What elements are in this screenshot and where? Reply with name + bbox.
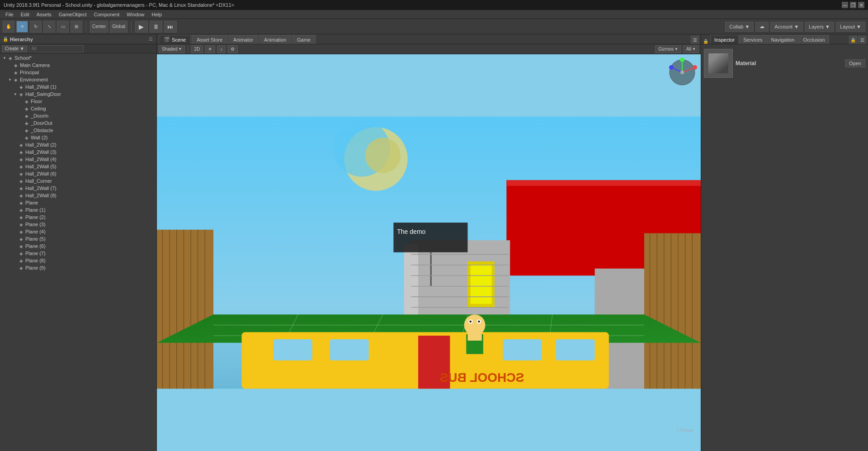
hierarchy-panel: 🔒 Hierarchy ☰ Create ▼ ▼◈School*◈Main Ca… [0, 34, 157, 451]
fx-btn[interactable]: ⚙ [227, 45, 238, 53]
hierarchy-item-plane7[interactable]: ◈Plane (7) [0, 250, 156, 257]
minimize-button[interactable]: — [842, 2, 848, 8]
svg-text:Y: Y [681, 58, 684, 62]
menu-window[interactable]: Window [123, 11, 148, 18]
tab-scene-label: Scene [172, 37, 186, 43]
tree-object-icon: ◈ [18, 265, 24, 271]
tab-scene[interactable]: 🎬 Scene [159, 35, 191, 44]
hierarchy-item-plane4[interactable]: ◈Plane (4) [0, 228, 156, 235]
hierarchy-item-plane3[interactable]: ◈Plane (3) [0, 221, 156, 228]
hierarchy-item-principal[interactable]: ◈Principal [0, 69, 156, 76]
tree-item-label: School* [14, 55, 32, 61]
maximize-button[interactable]: ❐ [850, 2, 856, 8]
tree-item-label: Wall (2) [31, 135, 47, 140]
hierarchy-item-obstacle[interactable]: ◈_Obstacle [0, 127, 156, 134]
scene-panel-menu[interactable]: ☰ [691, 36, 699, 44]
hierarchy-item-plane8[interactable]: ◈Plane (8) [0, 257, 156, 264]
hierarchy-item-hallCorner[interactable]: ◈Hall_Corner [0, 177, 156, 185]
hierarchy-menu-icon[interactable]: ☰ [147, 36, 154, 43]
hierarchy-item-hall2wall8[interactable]: ◈Hall_2Wall (8) [0, 192, 156, 199]
hierarchy-item-hallSwingDoor[interactable]: ▼◈Hall_SwingDoor [0, 90, 156, 98]
collab-button[interactable]: Collab ▼ [725, 22, 754, 32]
hierarchy-item-floor[interactable]: ◈Floor [0, 98, 156, 105]
global-button[interactable]: Global [110, 21, 127, 33]
gizmos-btn[interactable]: Gizmos ▼ [655, 45, 681, 53]
audio-btn[interactable]: ♪ [217, 45, 226, 53]
account-button[interactable]: Account ▼ [770, 22, 803, 32]
scene-viewport[interactable]: SCHOOL BUS The demo [157, 54, 701, 451]
hierarchy-item-hall2wall3[interactable]: ◈Hall_2Wall (3) [0, 148, 156, 156]
tab-animation-label: Animation [264, 37, 286, 43]
hierarchy-item-hall2wall1[interactable]: ◈Hall_2Wall (1) [0, 83, 156, 90]
right-panel-menu-btn[interactable]: ☰ [858, 36, 866, 44]
2d-btn[interactable]: 2D [191, 45, 203, 53]
tree-object-icon: ◈ [18, 250, 24, 256]
scene-gizmo[interactable]: X Y Z [668, 58, 697, 87]
hierarchy-item-plane6[interactable]: ◈Plane (6) [0, 242, 156, 250]
tree-object-icon: ◈ [24, 113, 30, 119]
hierarchy-item-ceiling[interactable]: ◈Ceiling [0, 105, 156, 112]
hierarchy-item-hall2wall2[interactable]: ◈Hall_2Wall (2) [0, 141, 156, 148]
tab-navigation[interactable]: Navigation [767, 35, 798, 44]
tab-game[interactable]: Game [292, 35, 316, 44]
hierarchy-item-plane[interactable]: ◈Plane [0, 199, 156, 206]
menu-assets[interactable]: Assets [33, 11, 55, 18]
rect-tool[interactable]: ▭ [57, 21, 69, 33]
hierarchy-item-hall2wall7[interactable]: ◈Hall_2Wall (7) [0, 185, 156, 192]
menu-gameobject[interactable]: GameObject [55, 11, 90, 18]
inspector-content: Material Open [701, 44, 868, 451]
hierarchy-item-doorIn[interactable]: ◈_DoorIn [0, 112, 156, 119]
all-btn[interactable]: All ▼ [683, 45, 699, 53]
hierarchy-item-hall2wall6[interactable]: ◈Hall_2Wall (6) [0, 170, 156, 177]
open-button[interactable]: Open [845, 59, 865, 67]
scale-tool[interactable]: ⤡ [43, 21, 55, 33]
tab-animation[interactable]: Animation [259, 35, 291, 44]
hierarchy-item-school[interactable]: ▼◈School* [0, 54, 156, 62]
hierarchy-item-plane9[interactable]: ◈Plane (9) [0, 264, 156, 271]
tab-animator[interactable]: Animator [228, 35, 258, 44]
material-section: Material Open [704, 47, 865, 80]
shaded-btn[interactable]: Shaded ▼ [159, 45, 185, 53]
tab-inspector[interactable]: Inspector [710, 35, 739, 44]
svg-rect-34 [330, 339, 369, 361]
window-controls[interactable]: — ❐ ✕ [842, 2, 864, 8]
hierarchy-item-mainCamera[interactable]: ◈Main Camera [0, 62, 156, 69]
menu-component[interactable]: Component [90, 11, 123, 18]
svg-point-67 [680, 71, 684, 74]
right-tab-bar: 🔒 Inspector Services Navigation Occlusio… [701, 34, 868, 44]
toolbar: ✋ ✛ ↻ ⤡ ▭ ⊞ Center Global ▶ ⏸ ⏭ Collab ▼… [0, 19, 868, 34]
hierarchy-item-plane1[interactable]: ◈Plane (1) [0, 206, 156, 214]
rotate-tool[interactable]: ↻ [30, 21, 42, 33]
tab-game-label: Game [297, 37, 311, 43]
close-button[interactable]: ✕ [858, 2, 864, 8]
tab-occlusion[interactable]: Occlusion [799, 35, 829, 44]
hierarchy-item-hall2wall4[interactable]: ◈Hall_2Wall (4) [0, 156, 156, 163]
hierarchy-item-wall2[interactable]: ◈Wall (2) [0, 134, 156, 141]
pivot-button[interactable]: Center [90, 21, 108, 33]
right-panel-lock-btn[interactable]: 🔒 [849, 36, 857, 44]
tab-asset-store[interactable]: Asset Store [192, 35, 227, 44]
hierarchy-create-btn[interactable]: Create ▼ [2, 45, 28, 52]
hand-tool[interactable]: ✋ [3, 21, 14, 33]
menu-edit[interactable]: Edit [17, 11, 33, 18]
hierarchy-search-input[interactable] [29, 45, 84, 52]
hierarchy-item-plane2[interactable]: ◈Plane (2) [0, 214, 156, 221]
light-btn[interactable]: ☀ [205, 45, 215, 53]
svg-text:SCHOOL BUS: SCHOOL BUS [440, 370, 524, 385]
pause-button[interactable]: ⏸ [150, 21, 162, 33]
hierarchy-item-environment[interactable]: ▼◈Environment [0, 76, 156, 83]
menu-file[interactable]: File [2, 11, 17, 18]
hierarchy-item-doorOut[interactable]: ◈_DoorOut [0, 119, 156, 127]
step-button[interactable]: ⏭ [164, 21, 177, 33]
hierarchy-item-plane5[interactable]: ◈Plane (5) [0, 235, 156, 242]
menu-help[interactable]: Help [148, 11, 165, 18]
cloud-button[interactable]: ☁ [755, 22, 769, 32]
hierarchy-item-hall2wall5[interactable]: ◈Hall_2Wall (5) [0, 163, 156, 170]
layers-button[interactable]: Layers ▼ [805, 22, 834, 32]
layout-button[interactable]: Layout ▼ [836, 22, 865, 32]
tab-services[interactable]: Services [739, 35, 766, 44]
combo-tool[interactable]: ⊞ [71, 21, 82, 33]
move-tool[interactable]: ✛ [16, 21, 28, 33]
tree-object-icon: ◈ [18, 199, 24, 206]
play-button[interactable]: ▶ [135, 21, 148, 33]
